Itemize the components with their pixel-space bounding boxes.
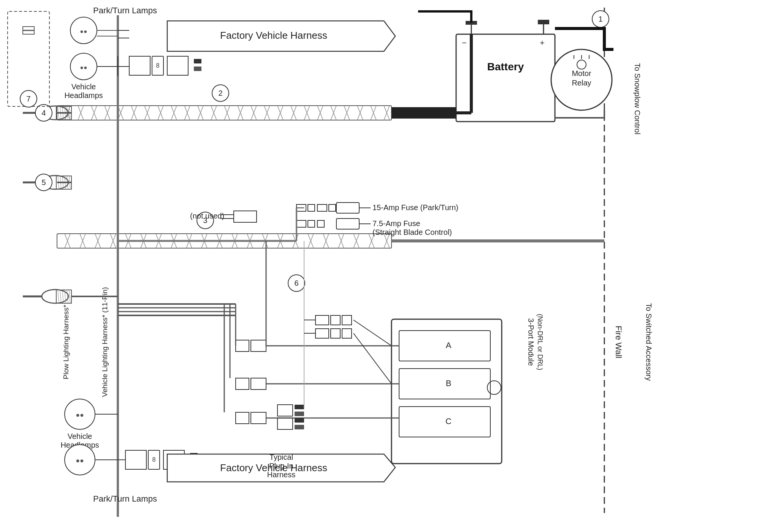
svg-rect-66 <box>391 107 456 119</box>
svg-text:●●: ●● <box>80 64 87 71</box>
svg-rect-215 <box>295 418 304 423</box>
fuse-park-turn-label: 15-Amp Fuse (Park/Turn) <box>372 203 458 212</box>
park-turn-bot-label: Park/Turn Lamps <box>93 494 157 504</box>
diagram-container: Fire Wall To Snowplow Control To Switche… <box>0 0 775 532</box>
fuse-straight-blade-label1: 7.5-Amp Fuse <box>372 219 420 228</box>
fuse-straight-blade-label2: (Straight Blade Control) <box>372 228 452 236</box>
circle-2-label: 2 <box>218 89 222 97</box>
three-port-label2: (Non-DRL or DRL) <box>536 314 544 370</box>
svg-rect-187 <box>336 218 359 229</box>
circle-6-label: 6 <box>294 279 298 287</box>
port-c-label: C <box>445 416 452 426</box>
svg-rect-128 <box>194 66 201 71</box>
fire-wall-label: Fire Wall <box>614 326 623 358</box>
factory-harness-top-label: Factory Vehicle Harness <box>220 30 327 41</box>
svg-rect-182 <box>336 203 359 213</box>
svg-rect-212 <box>295 405 304 409</box>
svg-text:8: 8 <box>152 456 156 463</box>
vehicle-headlamps-top-label1: Vehicle <box>71 82 96 91</box>
typical-plug-in-label1: Typical <box>269 453 293 461</box>
typical-plug-in-label3: Harness <box>267 470 295 479</box>
vehicle-lighting-label: Vehicle Lighting Harness* (11-Pin) <box>101 287 109 397</box>
vehicle-headlamps-top-label2: Headlamps <box>64 91 103 100</box>
battery-label: Battery <box>487 61 524 73</box>
typical-plug-in-label2: Plug-In <box>269 462 293 470</box>
svg-text:8: 8 <box>156 62 160 69</box>
svg-text:●●: ●● <box>76 457 84 464</box>
port-a-label: A <box>446 340 452 350</box>
svg-text:−: − <box>462 38 467 48</box>
svg-text:+: + <box>540 38 545 48</box>
not-used-label: (not used) <box>190 212 224 220</box>
svg-rect-8 <box>538 20 549 24</box>
circle-1-label: 1 <box>598 15 602 23</box>
circle-5-label: 5 <box>41 178 46 187</box>
svg-text:●●: ●● <box>76 411 84 419</box>
svg-rect-0 <box>0 0 775 532</box>
vehicle-headlamps-bot-label1: Vehicle <box>68 432 92 440</box>
motor-relay-label1: Motor <box>572 69 591 78</box>
svg-text:●●: ●● <box>80 28 87 35</box>
port-b-label: B <box>446 378 452 388</box>
svg-rect-216 <box>295 425 304 429</box>
park-turn-top-label: Park/Turn Lamps <box>93 6 157 15</box>
motor-relay-label2: Relay <box>572 79 591 87</box>
to-switched-accessory-label: To Switched Accessory <box>645 303 653 381</box>
to-snowplow-control-label: To Snowplow Control <box>633 63 642 135</box>
svg-rect-213 <box>295 412 304 416</box>
plow-lighting-label: Plow Lighting Harness* <box>62 304 70 379</box>
circle-7-label: 7 <box>26 95 30 103</box>
circle-4-label: 4 <box>41 109 46 117</box>
svg-rect-127 <box>194 59 201 63</box>
three-port-label1: 3-Port Module <box>527 318 535 366</box>
